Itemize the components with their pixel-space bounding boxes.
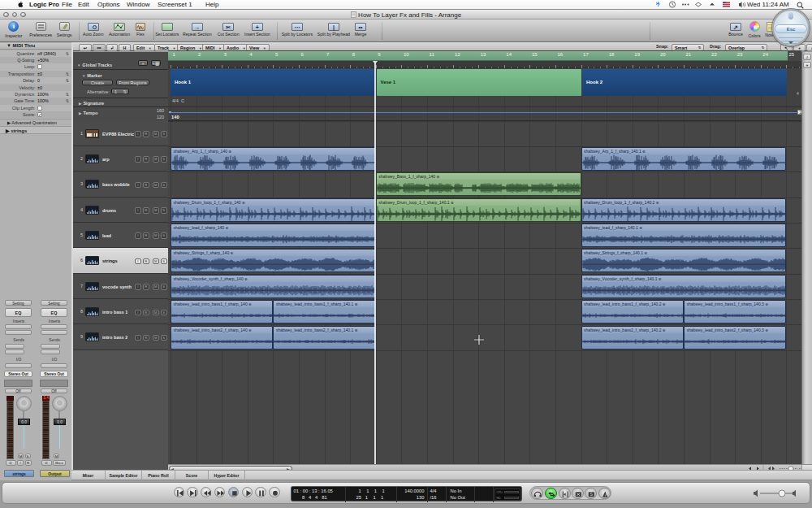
- svg-text:S: S: [590, 491, 594, 496]
